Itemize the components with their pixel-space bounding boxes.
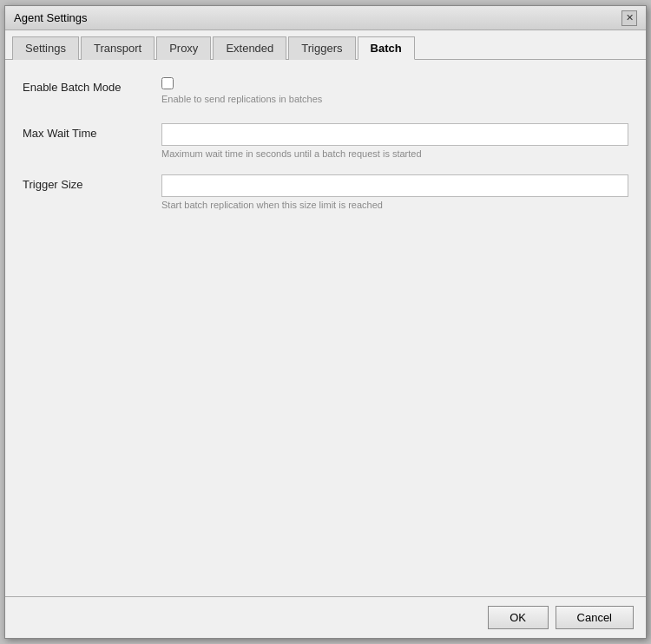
max-wait-time-row: Max Wait Time Maximum wait time in secon… [23, 123, 628, 171]
max-wait-time-label: Max Wait Time [23, 123, 161, 140]
tab-proxy[interactable]: Proxy [156, 36, 211, 60]
cancel-button[interactable]: Cancel [556, 606, 634, 629]
max-wait-time-input[interactable] [161, 123, 628, 146]
tab-batch[interactable]: Batch [358, 36, 415, 60]
enable-batch-mode-hint: Enable to send replications in batches [161, 94, 628, 104]
trigger-size-label: Trigger Size [23, 174, 161, 191]
enable-batch-mode-row: Enable Batch Mode Enable to send replica… [23, 77, 628, 120]
close-button[interactable]: ✕ [621, 10, 637, 26]
trigger-size-input[interactable] [161, 174, 628, 197]
tab-extended[interactable]: Extended [213, 36, 286, 60]
trigger-size-hint: Start batch replication when this size l… [161, 200, 628, 210]
ok-button[interactable]: OK [488, 606, 549, 629]
agent-settings-dialog: Agent Settings ✕ Settings Transport Prox… [4, 5, 647, 639]
max-wait-time-hint: Maximum wait time in seconds until a bat… [161, 148, 628, 159]
tab-settings[interactable]: Settings [12, 36, 79, 60]
tab-transport[interactable]: Transport [81, 36, 155, 60]
enable-batch-mode-label: Enable Batch Mode [23, 77, 161, 94]
footer: OK Cancel [5, 596, 646, 638]
title-bar: Agent Settings ✕ [5, 6, 646, 30]
dialog-title: Agent Settings [14, 11, 88, 24]
trigger-size-row: Trigger Size Start batch replication whe… [23, 174, 628, 222]
tab-triggers[interactable]: Triggers [288, 36, 355, 60]
tab-content: Enable Batch Mode Enable to send replica… [5, 60, 646, 596]
enable-batch-mode-checkbox[interactable] [161, 77, 174, 89]
close-icon: ✕ [626, 12, 634, 23]
tab-bar: Settings Transport Proxy Extended Trigge… [5, 30, 646, 60]
